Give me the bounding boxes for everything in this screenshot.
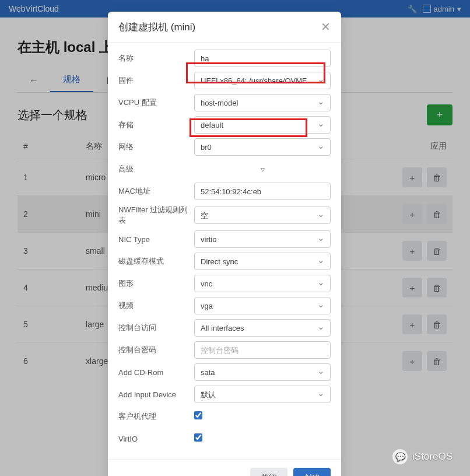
vcpu-select[interactable]: host-model xyxy=(194,94,331,111)
video-select[interactable]: vga xyxy=(194,297,331,314)
label-name: 名称 xyxy=(118,53,194,64)
label-nwfilter: NWFilter 过滤规则列表 xyxy=(118,205,194,226)
console-access-select[interactable]: All interfaces xyxy=(194,319,331,337)
label-guest-agent: 客户机代理 xyxy=(118,411,194,422)
input-dev-select[interactable]: 默认 xyxy=(194,386,331,403)
label-vcpu: VCPU 配置 xyxy=(118,97,194,108)
label-storage: 存储 xyxy=(118,120,194,130)
watermark-text: iStoreOS xyxy=(412,451,453,463)
label-nic: NIC Type xyxy=(118,235,194,244)
wechat-icon: 💬 xyxy=(392,449,408,464)
create-vm-modal: 创建虚拟机 (mini) ✕ 名称 固件 UEFI x86_64: /usr/s… xyxy=(108,12,341,476)
nwfilter-select[interactable]: 空 xyxy=(194,206,331,224)
label-firmware: 固件 xyxy=(118,75,194,86)
watermark: 💬 iStoreOS xyxy=(392,449,453,464)
cache-select[interactable]: Direct sync xyxy=(194,253,331,270)
modal-close-button[interactable]: ✕ xyxy=(321,20,331,34)
cdrom-select[interactable]: sata xyxy=(194,363,331,381)
label-cdrom: Add CD-Rom xyxy=(118,368,194,377)
label-console-pwd: 控制台密码 xyxy=(118,345,194,355)
console-pwd-input[interactable] xyxy=(194,341,331,359)
label-mac: MAC地址 xyxy=(118,186,194,197)
label-advanced: 高级 xyxy=(118,164,194,174)
guest-agent-checkbox[interactable] xyxy=(194,411,202,419)
name-input[interactable] xyxy=(194,50,331,67)
advanced-toggle[interactable]: ▿ xyxy=(194,164,331,174)
label-input-dev: Add Input Device xyxy=(118,390,194,399)
label-console-access: 控制台访问 xyxy=(118,323,194,333)
modal-close-footer-button[interactable]: 关闭 xyxy=(250,468,287,476)
label-virtio: VirtIO xyxy=(118,435,194,443)
firmware-select[interactable]: UEFI x86_64: /usr/share/OVMF xyxy=(194,72,331,89)
network-select[interactable]: br0 xyxy=(194,138,331,156)
graphics-select[interactable]: vnc xyxy=(194,275,331,292)
mac-input[interactable] xyxy=(194,183,331,200)
create-button[interactable]: 创建 xyxy=(293,468,331,476)
label-video: 视频 xyxy=(118,300,194,311)
storage-select[interactable]: default xyxy=(194,116,331,134)
modal-title: 创建虚拟机 (mini) xyxy=(118,20,195,34)
virtio-checkbox[interactable] xyxy=(194,433,202,442)
nic-select[interactable]: virtio xyxy=(194,230,331,248)
label-graphics: 图形 xyxy=(118,278,194,289)
label-cache: 磁盘缓存模式 xyxy=(118,256,194,267)
label-network: 网络 xyxy=(118,142,194,152)
